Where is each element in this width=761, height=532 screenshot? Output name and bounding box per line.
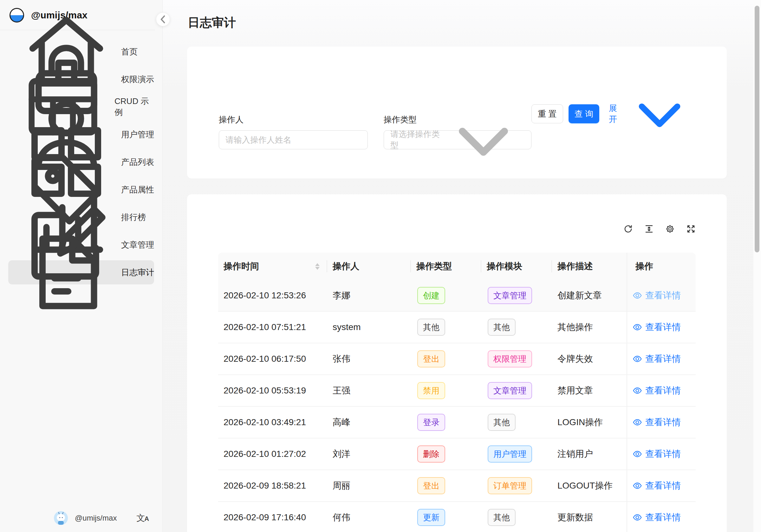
cell-operator: 刘洋: [327, 439, 411, 470]
type-tag: 创建: [417, 287, 445, 304]
scrollbar-thumb[interactable]: [755, 6, 759, 252]
app-root: @umijs/max 首页权限演示CRUD 示例用户管理产品列表产品属性排行榜文…: [0, 0, 761, 532]
table-row-5: 2026-02-10 01:27:02刘洋删除用户管理注销用户查看详情: [218, 439, 696, 470]
module-tag: 其他: [488, 509, 516, 526]
reset-button[interactable]: 重 置: [531, 104, 563, 123]
module-tag: 权限管理: [488, 350, 532, 368]
sidebar-footer: @umijs/max 文A: [0, 511, 162, 525]
view-detail-link[interactable]: 查看详情: [633, 448, 681, 460]
view-detail-link[interactable]: 查看详情: [633, 384, 681, 397]
cell-module: 其他: [481, 502, 552, 532]
chevron-down-icon: [441, 98, 525, 182]
expand-toggle[interactable]: 展开: [609, 78, 695, 149]
cell-time: 2026-02-10 01:27:02: [218, 439, 327, 470]
module-tag: 文章管理: [488, 382, 532, 399]
translate-icon[interactable]: 文A: [137, 514, 149, 522]
type-tag: 其他: [417, 319, 445, 336]
type-select-placeholder: 请选择操作类型: [390, 129, 441, 151]
chevron-left-icon: [156, 13, 170, 26]
sorter-icon[interactable]: [315, 263, 320, 270]
sidebar-item-label: 产品属性: [121, 184, 154, 195]
type-tag: 删除: [417, 445, 445, 463]
cell-desc: LOGOUT操作: [552, 470, 626, 501]
query-button[interactable]: 查 询: [568, 104, 599, 123]
column-title: 操作人: [333, 260, 359, 272]
view-detail-link[interactable]: 查看详情: [633, 480, 681, 492]
column-header-3: 操作模块: [481, 253, 552, 280]
module-tag: 订单管理: [488, 477, 532, 494]
cell-module: 文章管理: [481, 280, 552, 311]
cell-time: 2026-02-10 03:49:21: [218, 407, 327, 438]
cell-module: 权限管理: [481, 343, 552, 375]
module-tag: 其他: [488, 414, 516, 431]
view-detail-label: 查看详情: [645, 511, 681, 523]
cell-type: 登录: [411, 407, 481, 438]
cell-action: 查看详情: [626, 312, 696, 343]
column-height-button[interactable]: [644, 224, 654, 234]
view-detail-label: 查看详情: [645, 384, 681, 397]
ant-mascot-avatar[interactable]: [54, 511, 68, 525]
cell-module: 订单管理: [481, 470, 552, 501]
cell-desc: 令牌失效: [552, 343, 626, 375]
main-content: 日志审计 操作人 操作类型 请选择操作类型 重 置 查 询 展开: [163, 0, 761, 532]
cell-desc: 更新数据: [552, 502, 626, 532]
reload-icon: [623, 224, 633, 234]
table-card: 操作时间操作人操作类型操作模块操作描述操作 2026-02-10 12:53:2…: [187, 194, 727, 532]
cell-operator: system: [327, 312, 411, 343]
cell-operator: 李娜: [327, 280, 411, 311]
type-tag: 登录: [417, 414, 445, 431]
sidebar-collapse-button[interactable]: [156, 12, 170, 26]
view-detail-link[interactable]: 查看详情: [633, 511, 681, 523]
setting-button[interactable]: [665, 224, 675, 234]
column-header-0[interactable]: 操作时间: [218, 253, 327, 280]
sidebar-item-8[interactable]: 日志审计: [8, 260, 154, 284]
column-title: 操作时间: [223, 260, 259, 272]
table-body: 2026-02-10 12:53:26李娜创建文章管理创建新文章查看详情2026…: [218, 280, 696, 532]
sidebar-item-label: 排行榜: [121, 212, 146, 223]
column-title: 操作模块: [487, 260, 522, 272]
view-detail-link[interactable]: 查看详情: [633, 321, 681, 333]
fullscreen-button[interactable]: [686, 224, 696, 234]
sidebar-item-label: CRUD 示例: [114, 96, 154, 118]
page-scrollbar[interactable]: [753, 0, 761, 532]
cell-type: 删除: [411, 439, 481, 470]
eye-icon: [633, 291, 642, 300]
sidebar-item-label: 文章管理: [121, 239, 154, 251]
type-tag: 更新: [417, 509, 445, 526]
table-row-3: 2026-02-10 05:53:19王强禁用文章管理禁用文章查看详情: [218, 375, 696, 407]
footer-username: @umijs/max: [75, 514, 117, 522]
operator-input[interactable]: [219, 130, 368, 149]
column-header-1: 操作人: [327, 253, 411, 280]
cell-module: 文章管理: [481, 375, 552, 406]
column-header-2: 操作类型: [411, 253, 481, 280]
type-select[interactable]: 请选择操作类型: [384, 130, 531, 149]
column-header-4: 操作描述: [552, 253, 626, 280]
file-icon: [19, 225, 114, 320]
module-tag: 其他: [488, 319, 516, 336]
eye-icon: [633, 323, 642, 332]
cell-time: 2026-02-10 07:51:21: [218, 312, 327, 343]
eye-icon: [633, 354, 642, 364]
view-detail-link[interactable]: 查看详情: [633, 416, 681, 428]
sidebar-item-label: 用户管理: [121, 129, 154, 140]
page-title: 日志审计: [188, 15, 727, 31]
cell-type: 登出: [411, 343, 481, 375]
column-title: 操作: [635, 260, 653, 272]
eye-icon: [633, 449, 642, 459]
operator-field: 操作人: [219, 114, 368, 149]
column-title: 操作类型: [416, 260, 452, 272]
view-detail-label: 查看详情: [645, 448, 681, 460]
chevron-down-icon: [624, 78, 695, 149]
cell-action: 查看详情: [626, 439, 696, 470]
view-detail-link[interactable]: 查看详情: [633, 353, 681, 365]
cell-type: 登出: [411, 470, 481, 501]
view-detail-link[interactable]: 查看详情: [633, 289, 681, 302]
cell-time: 2026-02-09 18:58:21: [218, 470, 327, 501]
expand-label: 展开: [609, 103, 621, 125]
cell-time: 2026-02-10 12:53:26: [218, 280, 327, 311]
column-height-icon: [644, 224, 654, 234]
sidebar-item-label: 产品列表: [121, 157, 154, 168]
reload-button[interactable]: [623, 224, 633, 234]
module-tag: 文章管理: [488, 287, 532, 304]
filter-card: 操作人 操作类型 请选择操作类型 重 置 查 询 展开: [187, 47, 727, 179]
